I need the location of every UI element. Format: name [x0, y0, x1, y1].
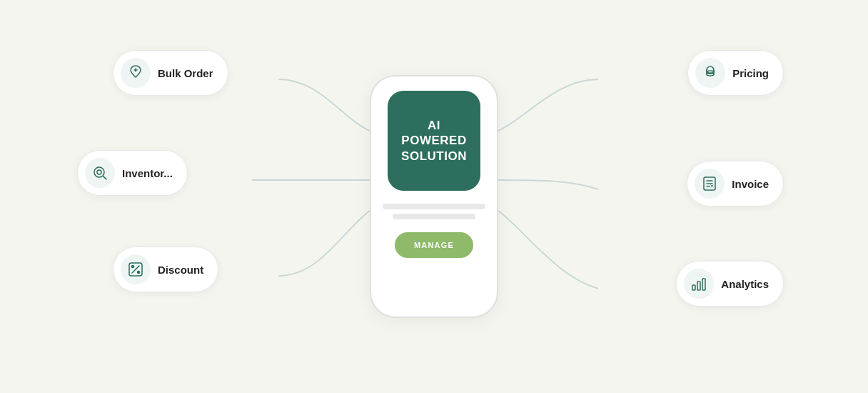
bulk-order-label: Bulk Order [158, 67, 213, 79]
svg-point-6 [138, 272, 140, 274]
discount-icon [121, 254, 151, 284]
svg-point-9 [707, 73, 714, 76]
analytics-icon [684, 269, 714, 299]
pill-invoice: Invoice [687, 161, 784, 207]
svg-point-2 [97, 170, 101, 174]
phone-line-1 [383, 204, 485, 209]
discount-label: Discount [158, 264, 203, 276]
pill-analytics: Analytics [676, 261, 784, 307]
manage-button[interactable]: MANAGE [395, 232, 473, 258]
svg-rect-18 [702, 279, 705, 290]
bulk-order-icon [121, 58, 151, 88]
invoice-label: Invoice [732, 178, 769, 190]
phone-decorative-lines [383, 204, 485, 219]
pill-discount: Discount [113, 247, 218, 292]
ai-line2: POWERED [401, 134, 466, 147]
ai-powered-box: AI POWERED SOLUTION [388, 91, 480, 191]
inventory-icon [85, 158, 115, 188]
svg-point-0 [94, 167, 104, 177]
inventory-label: Inventor... [122, 167, 173, 179]
pill-pricing: Pricing [687, 50, 784, 96]
pill-bulk-order: Bulk Order [113, 50, 228, 96]
svg-rect-17 [697, 282, 700, 290]
manage-label: MANAGE [414, 241, 454, 249]
ai-line3: SOLUTION [401, 149, 467, 163]
analytics-label: Analytics [721, 278, 769, 290]
pricing-label: Pricing [732, 67, 769, 79]
pricing-icon [695, 58, 725, 88]
svg-rect-16 [692, 285, 695, 290]
phone-line-2 [393, 214, 475, 219]
ai-line1: AI [428, 119, 440, 132]
phone-card: AI POWERED SOLUTION MANAGE [370, 75, 498, 318]
svg-line-1 [104, 176, 106, 179]
pill-inventory: Inventor... [77, 150, 188, 196]
scene: AI POWERED SOLUTION MANAGE Bulk Order [41, 11, 827, 382]
svg-point-5 [132, 266, 134, 268]
invoice-icon [695, 169, 725, 199]
